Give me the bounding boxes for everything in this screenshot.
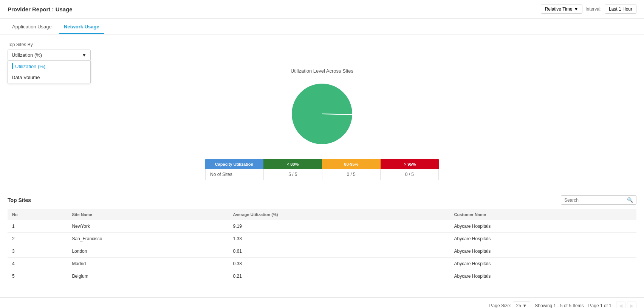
cell-customer: Abycare Hospitals (449, 220, 636, 233)
page-title: Provider Report : Usage (8, 6, 73, 12)
cell-site-name: NewYork (67, 220, 228, 233)
search-box: 🔍 (561, 195, 636, 205)
dropdown-selected-value: Utilization (%) (12, 52, 42, 58)
cell-customer: Abycare Hospitals (449, 245, 636, 258)
pie-chart (288, 80, 356, 148)
page-label: Page 1 of 1 (588, 303, 611, 308)
capacity-header-row: Capacity Utilization < 80% 80-95% > 95% (205, 159, 439, 169)
selection-indicator (12, 63, 13, 69)
interval-label: Interval: (585, 6, 602, 12)
chevron-down-icon: ▼ (574, 6, 578, 12)
cell-no: 3 (8, 245, 67, 258)
cap-val-80-95: 0 / 5 (322, 169, 381, 180)
search-input[interactable] (564, 198, 625, 203)
cap-val-more95: 0 / 5 (381, 169, 439, 180)
top-sites-dropdown-container: Utilization (%) ▼ Utilization (%) Data V… (8, 50, 91, 61)
cell-site-name: San_Francisco (67, 233, 228, 245)
cell-no: 2 (8, 233, 67, 245)
page-size-label: Page Size: (489, 303, 511, 308)
col-header-no: No (8, 209, 67, 220)
table-row: 4 Madrid 0.38 Abycare Hospitals (8, 258, 636, 270)
cell-no: 4 (8, 258, 67, 270)
cell-customer: Abycare Hospitals (449, 233, 636, 245)
tab-application-usage[interactable]: Application Usage (8, 19, 56, 34)
chevron-down-icon: ▼ (522, 303, 527, 308)
col-header-customer: Customer Name (449, 209, 636, 220)
top-sites-table: No Site Name Average Utilization (%) Cus… (8, 209, 636, 282)
cell-utilization: 9.19 (229, 220, 450, 233)
table-row: 2 San_Francisco 1.33 Abycare Hospitals (8, 233, 636, 245)
relative-time-button[interactable]: Relative Time ▼ (541, 5, 583, 14)
top-sites-dropdown[interactable]: Utilization (%) ▼ (8, 50, 91, 61)
table-row: 5 Belgium 0.21 Abycare Hospitals (8, 270, 636, 283)
next-page-button[interactable]: ▶ (627, 302, 636, 308)
top-sites-by-label: Top Sites By (8, 42, 636, 47)
page-navigation: ◀ ▶ (616, 302, 636, 308)
top-sites-header: Top Sites 🔍 (8, 195, 636, 205)
cell-customer: Abycare Hospitals (449, 258, 636, 270)
top-sites-title: Top Sites (8, 197, 31, 203)
search-icon: 🔍 (627, 197, 633, 203)
cell-site-name: London (67, 245, 228, 258)
page-header: Provider Report : Usage Relative Time ▼ … (0, 0, 644, 19)
chart-section: Utilization Level Across Sites Capacity … (8, 68, 636, 180)
page-size-dropdown[interactable]: 25 ▼ (513, 302, 531, 308)
prev-page-button[interactable]: ◀ (616, 302, 625, 308)
cap-header-more95: > 95% (381, 159, 439, 169)
interval-value-label: Last 1 Hour (609, 6, 632, 12)
cell-no: 1 (8, 220, 67, 233)
cap-val-less80: 5 / 5 (264, 169, 322, 180)
chevron-down-icon: ▼ (82, 52, 87, 58)
capacity-legend: Capacity Utilization < 80% 80-95% > 95% … (205, 159, 439, 180)
cell-customer: Abycare Hospitals (449, 270, 636, 283)
dropdown-menu: Utilization (%) Data Volume (8, 61, 91, 83)
table-header-row: No Site Name Average Utilization (%) Cus… (8, 209, 636, 220)
interval-value-button[interactable]: Last 1 Hour (605, 5, 636, 14)
cap-header-80-95: 80-95% (322, 159, 381, 169)
relative-time-label: Relative Time (545, 6, 573, 12)
page-size-select: Page Size: 25 ▼ (489, 302, 531, 308)
cap-header-less80: < 80% (263, 159, 322, 169)
dropdown-item-data-volume[interactable]: Data Volume (8, 72, 90, 83)
col-header-utilization: Average Utilization (%) (229, 209, 450, 220)
col-header-site-name: Site Name (67, 209, 228, 220)
cap-header-label: Capacity Utilization (205, 159, 263, 169)
tabs-bar: Application Usage Network Usage (0, 19, 644, 34)
chart-title: Utilization Level Across Sites (291, 68, 353, 74)
cell-utilization: 0.61 (229, 245, 450, 258)
header-controls: Relative Time ▼ Interval: Last 1 Hour (541, 5, 636, 14)
table-row: 1 NewYork 9.19 Abycare Hospitals (8, 220, 636, 233)
table-row: 3 London 0.61 Abycare Hospitals (8, 245, 636, 258)
cell-no: 5 (8, 270, 67, 283)
cap-row-label: No of Sites (205, 169, 264, 180)
top-sites-section: Top Sites 🔍 No Site Name Average Utiliza… (8, 195, 636, 282)
tab-network-usage[interactable]: Network Usage (59, 19, 104, 34)
cell-site-name: Belgium (67, 270, 228, 283)
showing-text: Showing 1 - 5 of 5 Items (535, 303, 584, 308)
main-content: Top Sites By Utilization (%) ▼ Utilizati… (0, 34, 644, 290)
cell-utilization: 0.38 (229, 258, 450, 270)
cell-utilization: 0.21 (229, 270, 450, 283)
table-footer: Page Size: 25 ▼ Showing 1 - 5 of 5 Items… (0, 297, 644, 308)
dropdown-item-utilization[interactable]: Utilization (%) (8, 61, 90, 72)
cell-utilization: 1.33 (229, 233, 450, 245)
capacity-value-row: No of Sites 5 / 5 0 / 5 0 / 5 (205, 169, 439, 180)
cell-site-name: Madrid (67, 258, 228, 270)
